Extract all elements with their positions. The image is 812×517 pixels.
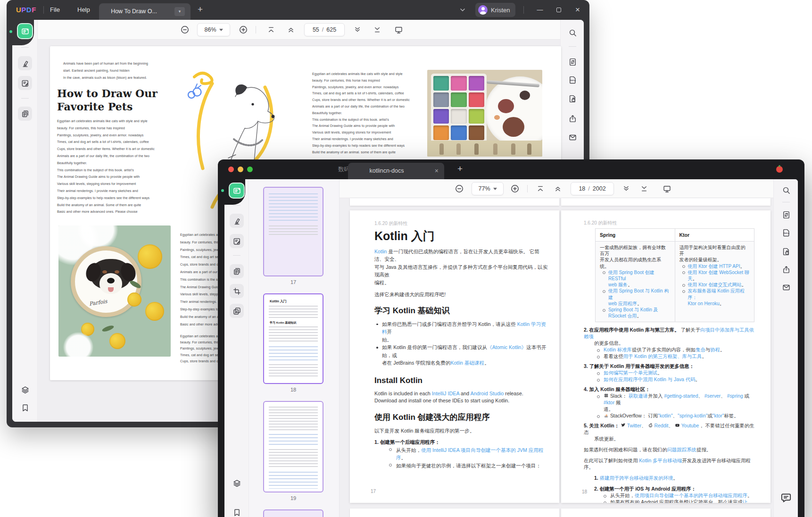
page-copy-icon[interactable] (18, 107, 32, 121)
reader-icon[interactable] (18, 24, 32, 38)
go-last-page-icon[interactable] (638, 183, 650, 194)
link[interactable]: 使用 Spring Boot 与 Kotlin 构建 (608, 288, 669, 300)
stamp-icon[interactable] (230, 304, 244, 318)
link[interactable]: #getting-started (664, 393, 698, 399)
convert-icon[interactable] (565, 55, 580, 69)
zoom-out-icon[interactable] (179, 24, 191, 35)
link[interactable]: web 服务 (608, 282, 628, 287)
page-thumbnail-current[interactable]: Kotlin 入门 学习 Kotlin 基础知识 (263, 293, 323, 384)
go-first-page-icon[interactable] (535, 183, 546, 194)
mac-minimize-button[interactable] (238, 167, 243, 172)
link[interactable]: 集合 (696, 347, 705, 352)
link[interactable]: 协程 (710, 347, 720, 352)
link[interactable]: "spring-kotlin" (678, 413, 707, 418)
reader-icon[interactable] (230, 183, 244, 198)
link[interactable]: Kotlin (374, 249, 387, 254)
link[interactable]: 发布服务器端 Kotlin 应用程序： (688, 288, 745, 300)
link[interactable]: #ktor (604, 400, 614, 405)
zoom-out-icon[interactable] (454, 183, 465, 194)
page-number-input[interactable]: 55 / 625 (304, 23, 345, 36)
share-icon[interactable] (565, 111, 580, 125)
new-tab-button[interactable]: + (198, 0, 203, 20)
link[interactable]: Kotlin 学习资料 (382, 321, 546, 335)
link[interactable]: 如何编写第一个单元测试 (604, 370, 657, 375)
page-thumbnail[interactable] (263, 187, 323, 276)
link[interactable]: "ktor" (713, 413, 724, 418)
mac-close-button[interactable] (228, 167, 234, 172)
link[interactable]: Youtube (681, 423, 699, 428)
link[interactable]: Ktor on Heroku (688, 301, 720, 306)
search-icon[interactable] (565, 25, 580, 40)
link[interactable]: 使用 Ktor 创建 WebSocket 聊 (688, 270, 749, 275)
link[interactable]: Kotlin 标准库 (604, 347, 632, 352)
bookmark-icon[interactable] (230, 505, 244, 517)
link[interactable]: #server (704, 393, 721, 399)
previous-page-icon[interactable] (552, 183, 563, 194)
link[interactable]: 如何在应用程序中混用 Kotlin 与 Java 代码 (604, 377, 696, 382)
mail-icon[interactable] (565, 130, 580, 144)
menu-help[interactable]: Help (77, 0, 90, 20)
go-last-page-icon[interactable] (372, 24, 383, 35)
share-icon[interactable] (779, 262, 793, 276)
link[interactable]: 使用项目向导创建一个基本的跨平台移动端应用程序 (635, 493, 747, 498)
zoom-level-select[interactable]: 77% (472, 182, 504, 195)
close-button[interactable]: × (572, 0, 583, 20)
tab-active[interactable]: kotlincn-docs × (348, 163, 444, 179)
layers-icon[interactable] (18, 383, 32, 397)
highlighter-icon[interactable] (18, 56, 32, 70)
highlighter-icon[interactable] (230, 214, 244, 228)
layers-icon[interactable] (230, 476, 244, 490)
document-tab[interactable]: How To Draw O... ▾ (99, 3, 191, 20)
link[interactable]: 天 (688, 276, 693, 281)
link[interactable]: #spring (727, 393, 743, 399)
comment-icon[interactable] (778, 490, 794, 506)
bookmark-icon[interactable] (18, 400, 32, 415)
link[interactable]: Reddit (654, 423, 668, 428)
pdf-a-icon[interactable]: PDF/A (779, 225, 793, 240)
pdf-a-icon[interactable]: PDF/A (565, 73, 580, 87)
search-icon[interactable] (779, 183, 793, 197)
link[interactable]: Android Studio (470, 391, 504, 396)
link[interactable]: Spring Boot 与 Kotlin 及 (608, 307, 658, 312)
mac-zoom-button[interactable] (247, 167, 253, 172)
link[interactable]: 获取邀请 (629, 393, 648, 399)
link[interactable]: web 应用程序 (608, 301, 637, 306)
previous-page-icon[interactable] (285, 24, 297, 35)
link[interactable]: 使用 IntelliJ IDEA 项目向导创建一个基本的 JVM 应用程序 (396, 447, 544, 461)
menu-file[interactable]: File (50, 0, 60, 20)
link[interactable]: RSocket 合用 (608, 313, 637, 318)
user-account-button[interactable]: Kristen (475, 3, 515, 17)
page-copy-icon[interactable] (230, 264, 244, 278)
presentation-icon[interactable] (661, 183, 672, 194)
protect-icon[interactable] (779, 244, 793, 258)
link[interactable]: 用于 Kotlin 的第三方框架、库与工具 (623, 354, 702, 359)
page-thumbnail[interactable] (263, 509, 323, 517)
document-viewport[interactable]: 1.6.20 的新特性 Kotlin 入门 Kotlin 是一门现代但已成熟的编… (340, 198, 773, 517)
zoom-in-icon[interactable] (238, 24, 249, 35)
link[interactable]: Kotlin 基础课程 (450, 360, 484, 366)
go-first-page-icon[interactable] (265, 24, 277, 35)
link[interactable]: 使用 Ktor 创建交互式网站 (688, 282, 742, 287)
next-page-icon[interactable] (352, 24, 363, 35)
next-page-icon[interactable] (621, 183, 632, 194)
link[interactable]: 使用 Ktor 创建 HTTP API (688, 264, 740, 269)
crop-icon[interactable] (230, 284, 244, 298)
link[interactable]: 搭建用于跨平台移动端开发的环境 (600, 475, 673, 481)
link[interactable]: "kotlin" (658, 413, 673, 418)
link[interactable]: 《Atomic Kotlin》 (487, 344, 526, 350)
note-edit-icon[interactable] (18, 76, 32, 90)
convert-icon[interactable] (779, 208, 793, 222)
link[interactable]: 使用 Spring Boot 创建 RESTful (608, 270, 655, 281)
page-thumbnail[interactable] (263, 401, 323, 492)
tab-dropdown-caret-icon[interactable]: ▾ (174, 7, 185, 16)
maximize-button[interactable] (554, 0, 564, 20)
link[interactable]: 让 Android 应用 (610, 500, 747, 503)
link[interactable]: IntelliJ IDEA (432, 391, 459, 396)
page-number-input[interactable]: 18 / 2002 (571, 182, 614, 195)
zoom-level-select[interactable]: 86% (197, 23, 230, 36)
protect-icon[interactable] (565, 92, 580, 106)
zoom-in-icon[interactable] (509, 183, 521, 194)
tab-close-icon[interactable]: × (435, 163, 439, 179)
presentation-icon[interactable] (393, 24, 404, 35)
link[interactable]: 问题跟踪系统 (667, 447, 696, 452)
